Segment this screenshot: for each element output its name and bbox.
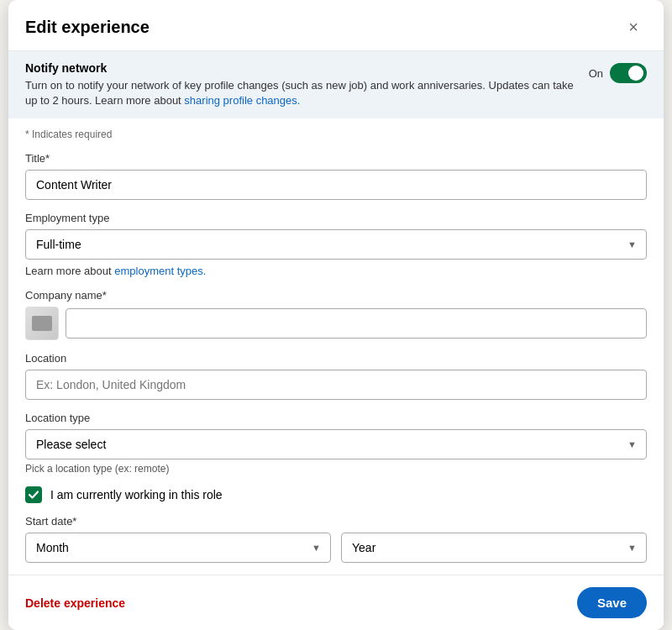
edit-experience-modal: Edit experience × Notify network Turn on… (8, 0, 664, 630)
modal-footer: Delete experience Save (8, 575, 664, 630)
toggle-slider (610, 63, 647, 83)
start-year-wrapper: Year 2024 2023 2022 2021 2020 2019 2018 (341, 533, 647, 563)
start-month-select[interactable]: Month January February March April May J… (25, 533, 331, 563)
location-type-group: Location type Please select On-site Hybr… (25, 412, 647, 475)
employment-types-link[interactable]: employment types. (114, 265, 206, 277)
location-type-wrapper: Please select On-site Hybrid Remote (25, 429, 647, 459)
sharing-profile-link[interactable]: sharing profile changes. (184, 94, 300, 107)
toggle-area: On (589, 63, 647, 83)
modal-title: Edit experience (25, 18, 150, 37)
notify-description: Turn on to notify your network of key pr… (25, 78, 575, 108)
notify-toggle[interactable] (610, 63, 647, 83)
company-row (25, 307, 647, 340)
company-logo (25, 307, 59, 340)
company-name-label: Company name* (25, 289, 647, 302)
employment-info: Learn more about employment types. (25, 265, 647, 277)
employment-type-wrapper: Full-time Part-time Self-employed Freela… (25, 229, 647, 260)
location-type-select[interactable]: Please select On-site Hybrid Remote (25, 429, 647, 459)
date-row: Month January February March April May J… (25, 533, 647, 563)
employment-info-prefix: Learn more about (25, 265, 112, 277)
location-type-label: Location type (25, 412, 647, 424)
close-icon: × (628, 18, 638, 37)
start-year-select[interactable]: Year 2024 2023 2022 2021 2020 2019 2018 (341, 533, 647, 563)
currently-working-checkbox[interactable] (25, 486, 42, 503)
employment-type-group: Employment type Full-time Part-time Self… (25, 212, 647, 277)
toggle-label: On (589, 67, 603, 80)
employment-type-label: Employment type (25, 212, 647, 224)
location-hint-text: Pick a location type (ex: remote) (25, 463, 647, 475)
location-label: Location (25, 352, 647, 365)
start-date-group: Start date* Month January February March… (25, 515, 647, 563)
title-label: Title* (25, 152, 647, 165)
checkmark-icon (28, 489, 39, 501)
save-button[interactable]: Save (577, 587, 647, 618)
company-name-group: Company name* (25, 289, 647, 340)
notify-title: Notify network (25, 61, 575, 75)
currently-working-label: I am currently working in this role (50, 488, 223, 501)
required-note: * Indicates required (25, 129, 647, 140)
modal-header: Edit experience × (8, 0, 664, 51)
company-logo-inner (32, 316, 52, 331)
title-input[interactable] (25, 170, 647, 200)
location-group: Location (25, 352, 647, 400)
company-name-input[interactable] (66, 308, 647, 339)
location-input[interactable] (25, 370, 647, 400)
delete-experience-button[interactable]: Delete experience (25, 593, 125, 613)
modal-body: * Indicates required Title* Employment t… (8, 118, 664, 575)
employment-type-select[interactable]: Full-time Part-time Self-employed Freela… (25, 229, 647, 260)
currently-working-row: I am currently working in this role (25, 486, 647, 503)
start-date-label: Start date* (25, 515, 647, 528)
title-group: Title* (25, 152, 647, 200)
close-button[interactable]: × (620, 13, 647, 40)
notify-text: Notify network Turn on to notify your ne… (25, 61, 575, 108)
notify-network-banner: Notify network Turn on to notify your ne… (8, 51, 664, 118)
start-month-wrapper: Month January February March April May J… (25, 533, 331, 563)
